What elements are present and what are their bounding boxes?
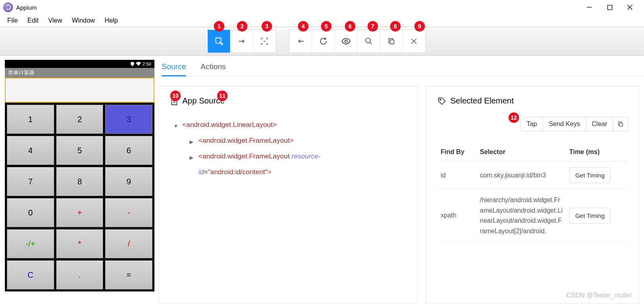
col-findby: Find By <box>437 143 477 162</box>
close-button[interactable] <box>625 3 634 12</box>
annotation-badge: 7 <box>367 21 378 32</box>
svg-point-16 <box>440 99 441 100</box>
tab-source[interactable]: Source <box>162 62 186 76</box>
calc-button[interactable]: * <box>56 229 103 258</box>
svg-point-9 <box>365 38 370 43</box>
copy-xml-button[interactable] <box>380 30 403 53</box>
appium-logo-icon <box>3 2 13 12</box>
annotation-badge: 6 <box>345 21 355 32</box>
status-time: 2:50 <box>143 61 151 66</box>
annotation-badge: 8 <box>390 21 401 32</box>
calc-button[interactable]: C <box>7 260 54 289</box>
select-element-button[interactable] <box>208 30 230 53</box>
device-panel: 2:50 简单计算器 1234567890+--/+*/C.= <box>0 56 158 304</box>
svg-rect-11 <box>390 40 394 44</box>
inspector-panel: Source Actions App Source ▼ <android.wid… <box>158 56 644 304</box>
selected-element-title: Selected Element <box>450 96 514 106</box>
wifi-icon <box>136 62 141 66</box>
calc-button[interactable]: 5 <box>56 136 103 165</box>
cell-time: Get Timing <box>566 162 628 189</box>
menu-window[interactable]: Window <box>68 15 99 26</box>
calc-button[interactable]: 4 <box>7 136 54 165</box>
calc-button[interactable]: 0 <box>7 198 54 227</box>
calc-button[interactable]: 2 <box>56 105 103 134</box>
quit-session-button[interactable] <box>403 30 425 53</box>
app-title: Appium <box>16 4 37 11</box>
annotation-badge: 9 <box>414 21 425 32</box>
cell-time: Get Timing <box>566 189 628 242</box>
svg-rect-17 <box>619 123 623 126</box>
calc-button[interactable]: 1 <box>7 105 54 134</box>
toolbar <box>0 27 644 56</box>
get-timing-button[interactable]: Get Timing <box>569 208 611 224</box>
get-timing-button[interactable]: Get Timing <box>569 167 611 183</box>
cell-selector: /hierarchy/android.widget.FrameLayout/an… <box>477 189 566 242</box>
calc-button[interactable]: = <box>105 260 152 289</box>
location-icon <box>131 62 134 66</box>
cell-findby: xpath <box>437 189 477 242</box>
calc-button[interactable]: -/+ <box>7 229 54 258</box>
title-bar: Appium <box>0 0 644 15</box>
calc-button[interactable]: 9 <box>105 167 152 196</box>
calc-button[interactable]: 3 <box>105 105 152 134</box>
calc-button[interactable]: 8 <box>56 167 103 196</box>
refresh-button[interactable] <box>312 30 335 53</box>
annotation-badge: 1 <box>214 21 224 32</box>
record-button[interactable] <box>335 30 357 53</box>
calc-button[interactable]: . <box>56 260 103 289</box>
annotation-badge: 5 <box>321 21 332 32</box>
annotation-badge: 10 <box>170 91 181 101</box>
calc-button[interactable]: 7 <box>7 167 54 196</box>
device-app-header: 简单计算器 <box>5 68 154 78</box>
svg-rect-1 <box>608 5 612 10</box>
minimize-button[interactable] <box>585 3 594 12</box>
menu-view[interactable]: View <box>44 15 66 26</box>
element-table: Find By Selector Time (ms) id com.sky.ji… <box>437 143 628 242</box>
caret-right-icon[interactable]: ▶ <box>190 148 195 164</box>
copy-button[interactable] <box>613 117 628 131</box>
annotation-badge: 3 <box>262 21 272 32</box>
cell-selector: com.sky.jisuanji:id/btn3 <box>477 162 566 189</box>
tree-row[interactable]: ▶ <android.widget.FrameLayout> <box>190 133 406 148</box>
search-button[interactable] <box>357 30 380 53</box>
maximize-button[interactable] <box>605 3 614 12</box>
swipe-button[interactable] <box>230 30 253 53</box>
tag-icon <box>437 97 446 106</box>
calc-button[interactable]: / <box>105 229 152 258</box>
col-selector: Selector <box>477 143 566 162</box>
app-source-panel: App Source ▼ <android.widget.LinearLayou… <box>158 86 418 304</box>
tab-actions[interactable]: Actions <box>201 62 226 76</box>
annotation-badge: 2 <box>237 21 247 32</box>
device-frame[interactable]: 2:50 简单计算器 1234567890+--/+*/C.= <box>5 60 154 280</box>
calc-button[interactable]: - <box>105 198 152 227</box>
col-time: Time (ms) <box>566 143 628 162</box>
table-row: xpath /hierarchy/android.widget.FrameLay… <box>437 189 628 242</box>
calc-button[interactable]: + <box>56 198 103 227</box>
svg-line-10 <box>370 42 372 44</box>
calc-grid: 1234567890+--/+*/C.= <box>5 103 154 291</box>
tree-row[interactable]: ▼ <android.widget.LinearLayout> <box>173 117 406 133</box>
clear-button[interactable]: Clear <box>586 117 613 131</box>
back-button[interactable] <box>289 30 312 53</box>
caret-right-icon[interactable]: ▶ <box>190 133 195 148</box>
svg-point-8 <box>345 40 347 42</box>
device-status-bar: 2:50 <box>5 60 154 68</box>
caret-down-icon[interactable]: ▼ <box>173 117 179 132</box>
tap-button[interactable]: Tap <box>521 117 543 131</box>
calc-button[interactable]: 6 <box>105 136 152 165</box>
tree-row[interactable]: ▶ <android.widget.FrameLayout resource-i… <box>190 148 406 180</box>
content-area: 2:50 简单计算器 1234567890+--/+*/C.= Source A… <box>0 56 644 304</box>
table-row: id com.sky.jisuanji:id/btn3 Get Timing <box>437 162 628 189</box>
menu-edit[interactable]: Edit <box>23 15 43 26</box>
watermark: CSDN @Tester_muller <box>566 292 632 299</box>
send-keys-button[interactable]: Send Keys <box>543 117 586 131</box>
menu-file[interactable]: File <box>3 15 22 26</box>
cell-findby: id <box>437 162 477 189</box>
annotation-badge: 12 <box>509 112 519 123</box>
selected-element-panel: Selected Element Tap Send Keys Clear Fin… <box>426 86 640 304</box>
annotation-badge: 4 <box>298 21 308 32</box>
calc-display[interactable] <box>5 78 154 103</box>
annotation-badge: 11 <box>217 91 228 101</box>
tap-coords-button[interactable] <box>253 30 276 53</box>
menu-help[interactable]: Help <box>101 15 122 26</box>
